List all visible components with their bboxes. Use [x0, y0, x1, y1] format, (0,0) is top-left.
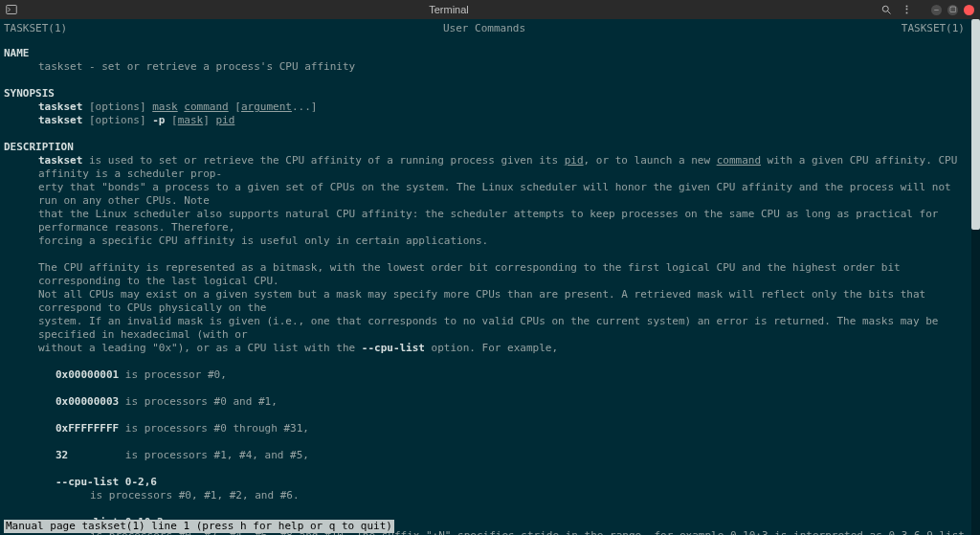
desc-para1-l2: erty that "bonds" a process to a given s… — [4, 181, 976, 208]
section-name: NAME — [4, 47, 976, 60]
desc-para2-l1: The CPU affinity is represented as a bit… — [4, 261, 976, 288]
desc-ex1: 0x00000001 is processor #0, — [4, 368, 976, 382]
desc-para1-l4: forcing a specific CPU affinity is usefu… — [4, 234, 976, 248]
search-icon[interactable] — [880, 4, 892, 15]
desc-ex2: 0x00000003 is processors #0 and #1, — [4, 395, 976, 409]
svg-line-2 — [888, 11, 891, 14]
window-title: Terminal — [17, 4, 880, 15]
desc-para2-l2: Not all CPUs may exist on a given system… — [4, 288, 976, 315]
desc-ex5-key: --cpu-list 0-2,6 — [4, 476, 976, 489]
man-header: TASKSET(1) User Commands TASKSET(1) — [4, 22, 976, 35]
menu-icon[interactable]: ⋮ — [902, 4, 912, 16]
section-description: DESCRIPTION — [4, 141, 976, 154]
window-titlebar: Terminal ⋮ – ▢ — [0, 0, 980, 19]
man-header-left: TASKSET(1) — [4, 22, 67, 35]
terminal-viewport[interactable]: TASKSET(1) User Commands TASKSET(1) NAME… — [0, 19, 980, 535]
desc-para2-l4: without a leading "0x"), or as a CPU lis… — [4, 342, 976, 355]
pager-status-line: Manual page taskset(1) line 1 (press h f… — [4, 520, 394, 533]
svg-rect-0 — [7, 6, 17, 14]
svg-point-1 — [882, 6, 888, 11]
desc-ex4: 32 is processors #1, #4, and #5, — [4, 449, 976, 462]
close-button[interactable] — [964, 5, 974, 15]
synopsis-line-2: taskset [options] -p [mask] pid — [4, 114, 976, 127]
desc-para1-l1: taskset is used to set or retrieve the C… — [4, 154, 976, 181]
desc-para2-l3: system. If an invalid mask is given (i.e… — [4, 315, 976, 342]
desc-para1-l3: that the Linux scheduler also supports n… — [4, 208, 976, 234]
desc-ex3: 0xFFFFFFFF is processors #0 through #31, — [4, 422, 976, 435]
section-synopsis: SYNOPSIS — [4, 87, 976, 100]
scrollbar[interactable] — [971, 19, 980, 535]
name-line: taskset - set or retrieve a process's CP… — [4, 60, 976, 74]
minimize-button[interactable]: – — [931, 5, 942, 15]
desc-ex5-val: is processors #0, #1, #2, and #6. — [4, 489, 976, 502]
man-header-right: TASKSET(1) — [902, 22, 976, 35]
man-header-center: User Commands — [443, 22, 525, 35]
scrollbar-thumb[interactable] — [971, 19, 980, 230]
terminal-app-icon — [6, 4, 17, 15]
synopsis-line-1: taskset [options] mask command [argument… — [4, 100, 976, 114]
maximize-button[interactable]: ▢ — [947, 5, 958, 15]
